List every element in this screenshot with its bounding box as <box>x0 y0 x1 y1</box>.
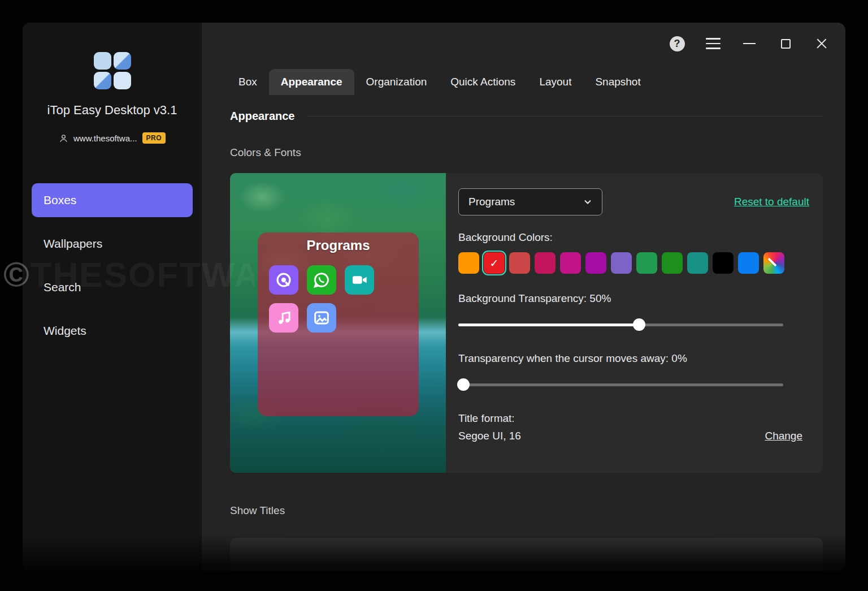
logo-square <box>94 72 111 89</box>
show-titles-heading: Show Titles <box>230 504 822 517</box>
section-divider <box>307 116 823 117</box>
maximize-icon <box>781 39 791 49</box>
app-logo-icon <box>94 52 131 89</box>
color-swatch-row: ✓ <box>458 252 809 274</box>
minimize-icon <box>743 43 756 44</box>
slider-fill <box>458 323 639 326</box>
box-title: Programs <box>258 238 419 253</box>
tab-bar: Box Appearance Organization Quick Action… <box>227 69 653 95</box>
minimize-button[interactable] <box>741 36 757 51</box>
option-underline <box>478 571 572 572</box>
app-title: iTop Easy Desktop v3.1 <box>23 103 202 118</box>
title-format-value: Segoe UI, 16 <box>458 430 521 442</box>
photos-icon <box>307 303 336 333</box>
cursor-transparency-slider[interactable] <box>458 378 783 391</box>
box-selector-dropdown[interactable]: Programs <box>458 188 602 215</box>
color-swatch-teal[interactable] <box>687 252 708 274</box>
check-icon: ✓ <box>484 252 505 274</box>
sidebar-item-boxes[interactable]: Boxes <box>32 183 193 217</box>
sidebar-item-label: Wallpapers <box>44 237 102 251</box>
tab-label: Appearance <box>281 76 342 88</box>
chrome-icon <box>269 265 298 295</box>
slider-track <box>458 383 783 386</box>
tab-organization[interactable]: Organization <box>354 69 439 95</box>
desktop-box-preview: Programs <box>258 232 419 416</box>
cursor-transparency-label: Transparency when the cursor moves away:… <box>458 352 809 365</box>
tab-label: Snapshot <box>595 76 640 88</box>
account-site-link[interactable]: www.thesoftwa... <box>73 133 137 143</box>
chevron-down-icon <box>583 197 592 206</box>
sidebar-item-wallpapers[interactable]: Wallpapers <box>32 227 193 261</box>
color-swatch-green[interactable] <box>636 252 657 274</box>
color-swatch-red-selected[interactable]: ✓ <box>484 252 505 274</box>
tab-label: Layout <box>539 76 571 88</box>
slider-thumb[interactable] <box>633 318 645 331</box>
account-row[interactable]: www.thesoftwa... PRO <box>23 132 202 144</box>
color-swatch-purple[interactable] <box>585 252 606 274</box>
color-swatch-blue[interactable] <box>738 252 759 274</box>
pro-badge: PRO <box>142 132 166 144</box>
subsection-title: Colors & Fonts <box>230 146 822 159</box>
tab-snapshot[interactable]: Snapshot <box>583 69 652 95</box>
sidebar-item-search[interactable]: Search <box>32 270 193 304</box>
tab-appearance[interactable]: Appearance <box>269 69 354 95</box>
color-swatch-brick[interactable] <box>509 252 530 274</box>
maximize-button[interactable] <box>778 36 793 51</box>
window-controls: ? <box>669 36 830 51</box>
option-underline <box>670 571 764 572</box>
music-icon <box>269 303 298 333</box>
content: Appearance Colors & Fonts Programs <box>202 95 845 571</box>
logo-square <box>114 72 131 89</box>
background-transparency-label: Background Transparency: 50% <box>458 292 809 305</box>
tab-label: Quick Actions <box>450 76 515 88</box>
app-window: iTop Easy Desktop v3.1 www.thesoftwa... … <box>23 23 845 571</box>
video-camera-icon <box>345 265 374 295</box>
tab-layout[interactable]: Layout <box>527 69 583 95</box>
colors-fonts-panel: Programs <box>230 173 823 473</box>
background-colors-label: Background Colors: <box>458 231 809 244</box>
tab-label: Organization <box>366 76 427 88</box>
change-font-link[interactable]: Change <box>765 430 802 442</box>
section-title: Appearance <box>230 110 295 123</box>
color-swatch-violet[interactable] <box>611 252 632 274</box>
background-transparency-slider[interactable] <box>458 318 783 331</box>
main-area: ? Box Appeara <box>202 23 845 571</box>
color-swatch-crimson[interactable] <box>535 252 555 274</box>
menu-button[interactable] <box>705 36 721 51</box>
custom-color-picker-swatch[interactable] <box>763 252 784 274</box>
color-swatch-dark-green[interactable] <box>662 252 683 274</box>
color-swatch-magenta[interactable] <box>560 252 581 274</box>
logo-square <box>114 52 131 70</box>
appearance-controls: Programs Reset to default Background Col… <box>446 173 823 473</box>
dropdown-value: Programs <box>468 196 515 208</box>
close-button[interactable] <box>814 36 830 51</box>
close-icon <box>816 38 827 49</box>
box-icon-grid <box>269 265 407 333</box>
sidebar-item-widgets[interactable]: Widgets <box>32 314 193 348</box>
sidebar-item-label: Search <box>44 281 81 294</box>
whatsapp-icon <box>307 265 336 295</box>
sidebar-item-label: Boxes <box>44 193 76 207</box>
eyedropper-icon <box>763 252 784 274</box>
slider-thumb[interactable] <box>457 378 470 391</box>
tab-label: Box <box>238 76 257 88</box>
help-button[interactable]: ? <box>669 36 685 51</box>
sidebar-item-label: Widgets <box>44 324 86 338</box>
logo-square <box>94 52 111 70</box>
sidebar-nav: Boxes Wallpapers Search Widgets <box>23 183 202 357</box>
title-format-label: Title format: <box>458 412 809 425</box>
option-underline <box>277 571 378 572</box>
hamburger-icon <box>706 38 721 49</box>
user-icon <box>59 133 68 143</box>
reset-to-default-link[interactable]: Reset to default <box>734 196 809 208</box>
section-header: Appearance <box>230 110 822 123</box>
tab-quick-actions[interactable]: Quick Actions <box>439 69 527 95</box>
tab-box[interactable]: Box <box>227 69 269 95</box>
wallpaper-preview: Programs <box>230 173 446 473</box>
show-titles-panel <box>230 538 823 571</box>
screen: iTop Easy Desktop v3.1 www.thesoftwa... … <box>0 0 868 591</box>
sidebar: iTop Easy Desktop v3.1 www.thesoftwa... … <box>23 23 202 571</box>
color-swatch-orange[interactable] <box>458 252 479 274</box>
color-swatch-black[interactable] <box>713 252 734 274</box>
help-icon: ? <box>670 36 685 51</box>
